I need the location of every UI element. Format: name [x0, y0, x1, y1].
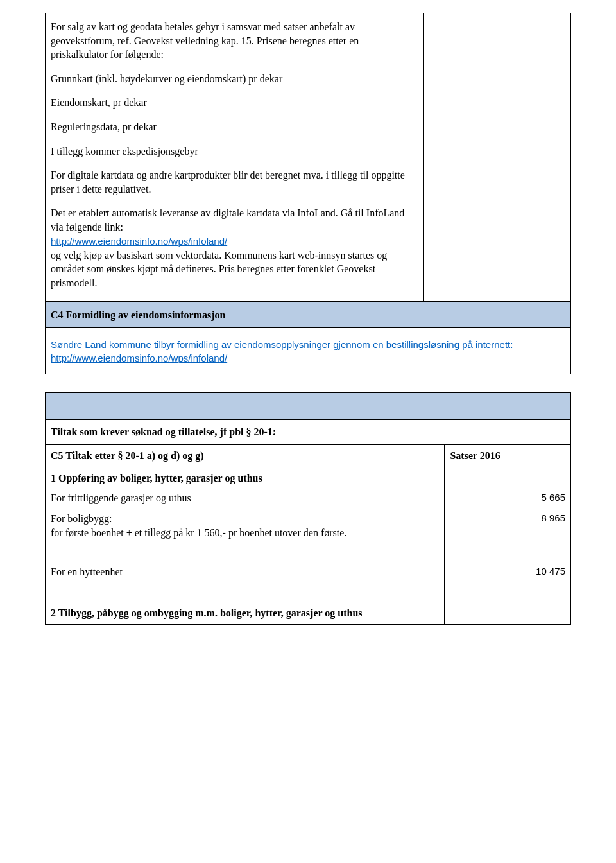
- link-c4-bestilling[interactable]: Søndre Land kommune tilbyr formidling av…: [51, 339, 513, 363]
- label-boligbygg-line1: For boligbygg:: [51, 513, 112, 524]
- row-frittliggende: For frittliggende garasjer og uthus 5 66…: [46, 489, 571, 509]
- cell-c4-link: Søndre Land kommune tilbyr formidling av…: [46, 328, 571, 374]
- value-boligbygg: 8 965: [445, 509, 571, 543]
- row-hytteenhet: For en hytteenhet 10 475: [46, 562, 571, 583]
- heading-tiltak: Tiltak som krever søknad og tillatelse, …: [46, 419, 571, 444]
- label-boligbygg-line2: for første boenhet + et tillegg på kr 1 …: [51, 527, 346, 538]
- row-oppforing: 1 Oppføring av boliger, hytter, garasjer…: [46, 467, 571, 489]
- line-grunnkart: Grunnkart (inkl. høydekurver og eiendoms…: [51, 72, 418, 86]
- label-boligbygg: For boligbygg: for første boenhet + et t…: [46, 509, 445, 543]
- line-ekspedisjonsgebyr: I tillegg kommer ekspedisjonsgebyr: [51, 144, 418, 159]
- row-c4-heading: C4 Formidling av eiendomsinformasjon: [46, 302, 571, 328]
- row-tilbygg: 2 Tilbygg, påbygg og ombygging m.m. boli…: [46, 602, 571, 625]
- row-boligbygg: For boligbygg: for første boenhet + et t…: [46, 509, 571, 543]
- heading-c4: C4 Formidling av eiendomsinformasjon: [46, 302, 571, 328]
- row-blank-blue: [46, 392, 571, 419]
- cell-main-text: For salg av kart og geodata betales geby…: [46, 13, 424, 302]
- value-frittliggende: 5 665: [445, 489, 571, 509]
- row-tiltak-title: Tiltak som krever søknad og tillatelse, …: [46, 419, 571, 444]
- table-tiltak: Tiltak som krever søknad og tillatelse, …: [45, 392, 571, 625]
- label-tilbygg: 2 Tilbygg, påbygg og ombygging m.m. boli…: [46, 602, 445, 625]
- heading-c5-left: C5 Tiltak etter § 20-1 a) og d) og g): [46, 444, 445, 467]
- para-mva: For digitale kartdata og andre kartprodu…: [51, 168, 418, 196]
- para-vektordata: og velg kjøp av basiskart som vektordata…: [51, 248, 418, 290]
- table-geodata: For salg av kart og geodata betales geby…: [45, 13, 571, 374]
- line-reguleringsdata: Reguleringsdata, pr dekar: [51, 120, 418, 134]
- row-block1: For salg av kart og geodata betales geby…: [46, 13, 571, 302]
- link-infoland[interactable]: http://www.eiendomsinfo.no/wps/infoland/: [51, 236, 227, 247]
- value-hytteenhet: 10 475: [445, 562, 571, 583]
- heading-c5-right: Satser 2016: [445, 444, 571, 467]
- cell-empty: [424, 13, 570, 302]
- row-gap1: [46, 543, 571, 562]
- row-gap2: [46, 583, 571, 602]
- line-eiendomskart: Eiendomskart, pr dekar: [51, 96, 418, 110]
- row-c4-link: Søndre Land kommune tilbyr formidling av…: [46, 328, 571, 374]
- label-frittliggende: For frittliggende garasjer og uthus: [46, 489, 445, 509]
- para-intro: For salg av kart og geodata betales geby…: [51, 20, 418, 62]
- para-infoland: Det er etablert automatisk leveranse av …: [51, 206, 418, 234]
- label-hytteenhet: For en hytteenhet: [46, 562, 445, 583]
- row-c5-header: C5 Tiltak etter § 20-1 a) og d) og g) Sa…: [46, 444, 571, 467]
- label-oppforing: 1 Oppføring av boliger, hytter, garasjer…: [46, 467, 445, 489]
